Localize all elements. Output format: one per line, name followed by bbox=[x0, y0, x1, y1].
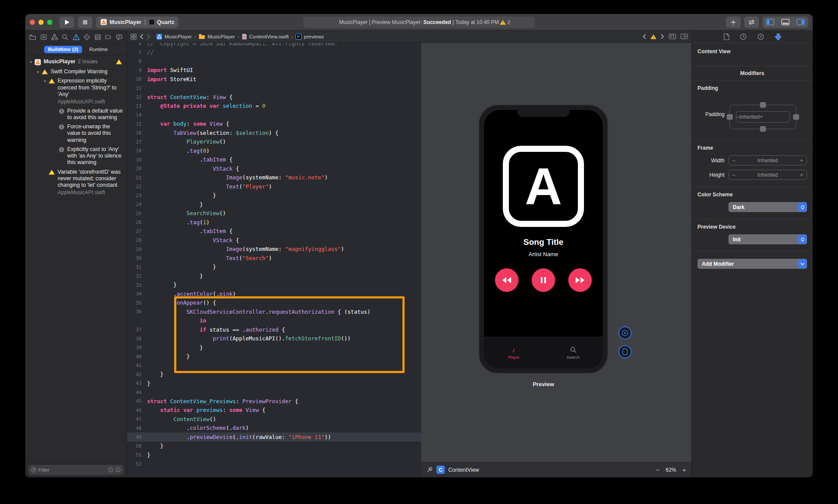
line-number[interactable]: 49 bbox=[127, 434, 147, 439]
line-number[interactable]: 34 bbox=[127, 291, 147, 296]
source-control-navigator-icon[interactable] bbox=[40, 33, 48, 41]
scheme-selector[interactable]: MusicPlayer ⟩ Quartz bbox=[96, 17, 179, 28]
code-line[interactable]: 15 var body: some View { bbox=[127, 120, 421, 129]
breadcrumb-item[interactable]: MusicPlayer bbox=[156, 34, 192, 40]
padding-bottom-handle[interactable] bbox=[760, 126, 766, 132]
library-add-button[interactable] bbox=[726, 17, 741, 28]
related-items-icon[interactable] bbox=[131, 34, 137, 40]
code-line[interactable]: 36 SKCloudServiceController.requestAutho… bbox=[127, 307, 421, 316]
issue-row[interactable]: Provide a default value to avoid this wa… bbox=[25, 106, 127, 123]
code-line[interactable]: 11 bbox=[127, 84, 421, 93]
back-icon[interactable] bbox=[140, 34, 144, 39]
padding-top-handle[interactable] bbox=[760, 102, 766, 108]
help-inspector-icon[interactable]: ? bbox=[757, 33, 764, 40]
symbol-navigator-icon[interactable] bbox=[51, 33, 58, 41]
code-line[interactable]: 10import StoreKit bbox=[127, 75, 421, 84]
source-editor[interactable]: 6// Copyright © 2020 Sai Kambhampati. Al… bbox=[127, 43, 421, 477]
line-number[interactable]: 52 bbox=[127, 461, 147, 466]
code-line[interactable]: 25 SearchView() bbox=[127, 209, 421, 218]
preview-on-device-button[interactable] bbox=[618, 345, 632, 358]
issue-count-icon[interactable] bbox=[650, 34, 656, 39]
code-line[interactable]: 8 bbox=[127, 57, 421, 66]
code-line[interactable]: 24 } bbox=[127, 200, 421, 209]
code-line[interactable]: 31 } bbox=[127, 263, 421, 272]
code-line[interactable]: 52 bbox=[127, 459, 421, 469]
code-line[interactable]: 35 .onAppear() { bbox=[127, 298, 421, 308]
debug-navigator-icon[interactable] bbox=[94, 33, 102, 41]
line-number[interactable]: 6 bbox=[127, 43, 147, 46]
line-number[interactable]: 47 bbox=[127, 416, 147, 422]
code-line[interactable]: 43} bbox=[127, 379, 421, 388]
next-issue-icon[interactable] bbox=[661, 34, 664, 39]
code-line[interactable]: 51} bbox=[127, 450, 421, 459]
code-line[interactable]: 44 bbox=[127, 388, 421, 397]
code-line[interactable]: 18 .tag(0) bbox=[127, 146, 421, 155]
line-number[interactable]: 11 bbox=[127, 86, 147, 91]
code-line[interactable]: 13 @State private var selection = 0 bbox=[127, 102, 421, 111]
line-number[interactable]: 46 bbox=[127, 408, 147, 413]
line-number[interactable]: 44 bbox=[127, 390, 147, 395]
code-line[interactable]: 6// Copyright © 2020 Sai Kambhampati. Al… bbox=[127, 43, 421, 48]
padding-right-handle[interactable] bbox=[793, 114, 799, 120]
test-navigator-icon[interactable] bbox=[83, 33, 91, 41]
line-number[interactable]: 12 bbox=[127, 94, 147, 99]
line-number[interactable]: 29 bbox=[127, 247, 147, 252]
tab-player[interactable]: ♪ Player bbox=[484, 337, 543, 368]
line-number[interactable]: 30 bbox=[127, 255, 147, 261]
line-number[interactable]: 15 bbox=[127, 121, 147, 127]
live-preview-button[interactable] bbox=[618, 326, 632, 339]
issue-row[interactable]: Explicitly cast to 'Any' with 'as Any' t… bbox=[25, 145, 127, 168]
status-warning-badge[interactable]: 2 bbox=[500, 20, 510, 25]
code-line[interactable]: 16 TabView(selection: $selection) { bbox=[127, 128, 421, 137]
line-number[interactable]: 8 bbox=[127, 58, 147, 64]
line-number[interactable]: 22 bbox=[127, 184, 147, 189]
line-number[interactable]: 24 bbox=[127, 202, 147, 207]
line-number[interactable]: 28 bbox=[127, 237, 147, 243]
code-line[interactable]: 17 PlayerView() bbox=[127, 137, 421, 147]
forward-button[interactable] bbox=[568, 268, 592, 292]
errors-only-icon[interactable] bbox=[115, 467, 121, 473]
line-number[interactable]: 50 bbox=[127, 443, 147, 449]
line-number[interactable]: 17 bbox=[127, 139, 147, 144]
disclosure-triangle-icon[interactable]: ▾ bbox=[28, 58, 34, 64]
issue-row[interactable]: ▾MusicPlayer2 issues bbox=[25, 57, 127, 67]
line-number[interactable]: 23 bbox=[127, 193, 147, 198]
pause-button[interactable] bbox=[532, 268, 555, 292]
minimize-window-button[interactable] bbox=[38, 20, 44, 25]
code-line[interactable]: 27 .tabItem { bbox=[127, 227, 421, 236]
code-line[interactable]: 30 Text("Search") bbox=[127, 254, 421, 263]
line-number[interactable]: 20 bbox=[127, 166, 147, 171]
padding-left-handle[interactable] bbox=[727, 114, 733, 120]
toggle-debug-area-button[interactable] bbox=[778, 17, 793, 28]
line-number[interactable]: 27 bbox=[127, 229, 147, 234]
code-line[interactable]: 38 print(AppleMusicAPI().fetchStorefront… bbox=[127, 334, 421, 343]
line-number[interactable]: 26 bbox=[127, 219, 147, 225]
line-number[interactable]: 31 bbox=[127, 264, 147, 270]
code-line[interactable]: 49 .previewDevice(.init(rawValue: "iPhon… bbox=[127, 432, 421, 442]
filter-field[interactable]: Filter bbox=[28, 465, 124, 475]
code-line[interactable]: 47 ContentView() bbox=[127, 415, 421, 424]
file-inspector-icon[interactable] bbox=[723, 33, 729, 40]
previous-issue-icon[interactable] bbox=[642, 34, 646, 39]
code-line[interactable]: 14 bbox=[127, 110, 421, 120]
find-navigator-icon[interactable] bbox=[61, 33, 69, 41]
height-stepper[interactable]: –Inherited+ bbox=[728, 170, 807, 180]
iphone-preview-device[interactable]: A Song Title Artist Name bbox=[478, 104, 609, 374]
line-number[interactable]: 25 bbox=[127, 211, 147, 216]
line-number[interactable]: 36 bbox=[127, 309, 147, 314]
line-number[interactable]: 42 bbox=[127, 372, 147, 377]
forward-icon[interactable] bbox=[147, 34, 151, 39]
issue-row[interactable]: ▾Swift Compiler Warning bbox=[25, 67, 127, 76]
line-number[interactable]: 33 bbox=[127, 282, 147, 288]
line-number[interactable]: 7 bbox=[127, 50, 147, 55]
issue-navigator-icon[interactable] bbox=[72, 33, 80, 41]
code-line[interactable]: 34 .accentColor(.pink) bbox=[127, 289, 421, 298]
code-line[interactable]: 46 static var previews: some View { bbox=[127, 406, 421, 415]
recent-issues-icon[interactable] bbox=[108, 467, 113, 473]
line-number[interactable]: 18 bbox=[127, 148, 147, 153]
code-line[interactable]: 28 VStack { bbox=[127, 236, 421, 245]
tab-search[interactable]: Search bbox=[543, 337, 603, 368]
toggle-navigator-button[interactable] bbox=[762, 17, 778, 28]
code-line[interactable]: 7// bbox=[127, 48, 421, 57]
line-number[interactable]: 9 bbox=[127, 68, 147, 73]
